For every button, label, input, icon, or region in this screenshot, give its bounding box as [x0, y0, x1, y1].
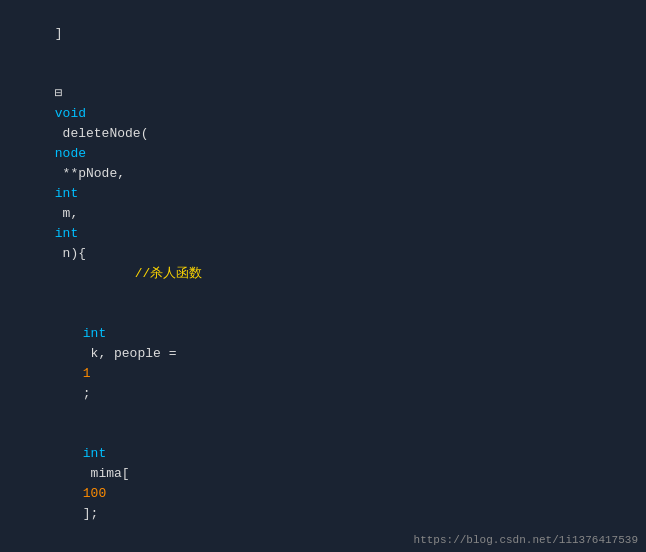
code-editor: ] ⊟ void deleteNode( node **pNode, int m… [0, 0, 646, 552]
watermark: https://blog.csdn.net/1i1376417539 [414, 534, 638, 546]
code-line-3: int mima[ 100 ]; [0, 424, 646, 544]
code-line-0: ] [0, 4, 646, 64]
bracket: ] [55, 26, 63, 41]
code-line-1: ⊟ void deleteNode( node **pNode, int m, … [0, 64, 646, 304]
code-line-2: int k, people = 1 ; [0, 304, 646, 424]
